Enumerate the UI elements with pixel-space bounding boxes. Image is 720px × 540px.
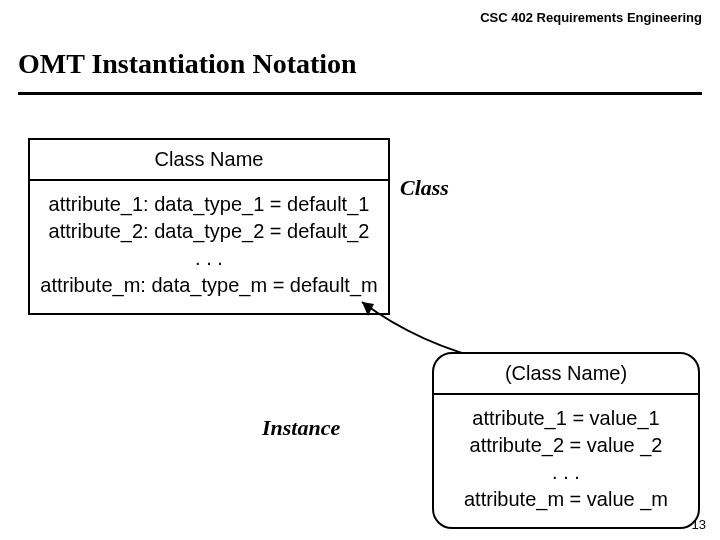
class-attr-ellipsis: . . . (36, 245, 382, 272)
class-label: Class (400, 175, 449, 201)
title-underline (18, 92, 702, 95)
instance-attributes: attribute_1 = value_1 attribute_2 = valu… (434, 395, 698, 527)
slide: CSC 402 Requirements Engineering OMT Ins… (0, 0, 720, 540)
slide-title: OMT Instantiation Notation (18, 48, 357, 80)
instance-attr-ellipsis: . . . (440, 459, 692, 486)
class-attr-line: attribute_2: data_type_2 = default_2 (36, 218, 382, 245)
class-attr-line: attribute_1: data_type_1 = default_1 (36, 191, 382, 218)
page-number: 13 (692, 517, 706, 532)
instance-diagram-box: (Class Name) attribute_1 = value_1 attri… (432, 352, 700, 529)
instance-attr-line: attribute_1 = value_1 (440, 405, 692, 432)
course-header: CSC 402 Requirements Engineering (0, 10, 702, 25)
instance-attr-line: attribute_m = value _m (440, 486, 692, 513)
instance-attr-line: attribute_2 = value _2 (440, 432, 692, 459)
class-name-header: Class Name (30, 140, 388, 181)
instance-label: Instance (262, 415, 340, 441)
class-attributes: attribute_1: data_type_1 = default_1 att… (30, 181, 388, 313)
instance-name-header: (Class Name) (434, 354, 698, 395)
class-attr-line: attribute_m: data_type_m = default_m (36, 272, 382, 299)
class-diagram-box: Class Name attribute_1: data_type_1 = de… (28, 138, 390, 315)
